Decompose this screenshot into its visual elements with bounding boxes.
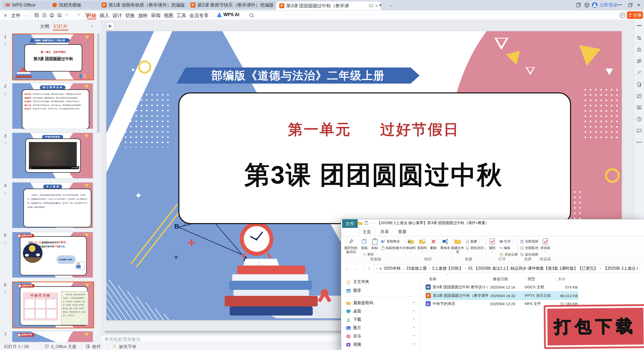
more-icon[interactable]: ••• xyxy=(636,140,642,146)
search-icon[interactable] xyxy=(249,13,254,18)
file-row-docx[interactable]: W 第3课 团团圆圆过中秋 教学设计-2025-2... 2025/9/4 12… xyxy=(426,283,578,291)
hamburger-icon[interactable]: ≡ xyxy=(4,13,7,18)
explorer-tab-share[interactable]: 共享 xyxy=(377,227,392,236)
tab-outline[interactable]: 大纲 xyxy=(40,23,49,30)
menu-slideshow[interactable]: 放映 xyxy=(138,12,148,19)
wps-assistant-icon[interactable] xyxy=(107,23,114,30)
nav-pictures[interactable]: 图片 xyxy=(346,325,361,331)
panel-scrollbar[interactable] xyxy=(97,33,100,133)
menu-tools[interactable]: 工具 xyxy=(177,12,186,19)
new-tab-button[interactable]: + xyxy=(379,2,382,9)
copy-to-button[interactable]: 复制到⌄ xyxy=(417,238,428,253)
delete-button[interactable]: × 删除⌄ xyxy=(428,238,438,253)
copy-path-button[interactable]: 复制路径 xyxy=(381,239,400,244)
invert-selection-button[interactable]: 反向选择 xyxy=(520,252,538,257)
minimize-button[interactable] xyxy=(618,5,622,5)
comment-icon[interactable] xyxy=(636,128,642,133)
file-row-pptx-selected[interactable]: P 第3课 团团圆圆过中秋（教学课件）统编... 2025/9/4 16:32 … xyxy=(426,292,578,300)
menu-transition[interactable]: 切换 xyxy=(125,12,135,19)
animation-star-icon[interactable] xyxy=(636,47,642,52)
qat-clipboard-icon[interactable] xyxy=(365,221,368,225)
menu-home[interactable]: 开始 xyxy=(87,12,96,19)
share-button[interactable]: 分享 xyxy=(627,11,643,19)
menu-view[interactable]: 视图 xyxy=(164,12,173,19)
qat-chevron-icon[interactable]: ⌄ xyxy=(370,221,373,225)
login-button[interactable]: 立即登录 xyxy=(592,2,618,8)
collapse-panel-icon[interactable]: ‹ xyxy=(91,23,93,28)
address-bar[interactable]: « 2025年秋› 23道德上册› 2上道德【25秋】› 01.【2025秋 道… xyxy=(374,264,640,273)
forward-icon[interactable]: → xyxy=(354,266,359,271)
properties-button[interactable]: 属性⌄ xyxy=(487,238,498,253)
properties-icon[interactable] xyxy=(636,35,642,41)
menu-insert[interactable]: 插入 xyxy=(100,12,109,19)
collapse-handle-icon[interactable] xyxy=(637,25,641,26)
transition-icon[interactable] xyxy=(636,58,642,64)
copy-button[interactable]: 复制 xyxy=(359,238,369,250)
easy-access-button[interactable]: 轻松访问⌄ xyxy=(466,246,487,250)
theme-clothes-icon[interactable] xyxy=(636,82,642,87)
file-menu[interactable]: 文件 xyxy=(11,12,21,19)
tab-close-icon[interactable]: × xyxy=(375,3,378,9)
thumbnail-slide-7[interactable]: 1这样过中秋 xyxy=(12,331,93,342)
explorer-tab-file[interactable]: 文件 xyxy=(342,219,358,228)
thumbnail-slide-4[interactable]: 导 入 新 课 小朋友们，秋姑娘迈着轻盈脚步走来啦！秋天不仅有金黄稻田、红透苹果… xyxy=(12,182,93,228)
paste-shortcut-button[interactable]: 粘贴快捷方式 xyxy=(381,246,406,250)
tab-lesson3-active[interactable]: P 第3课 团团圆圆过中秋（教学课 × xyxy=(276,2,381,10)
new-folder-button[interactable]: 新建文件夹 xyxy=(451,238,464,254)
find-replace-icon[interactable] xyxy=(636,105,642,110)
column-size[interactable]: 大小 xyxy=(558,277,566,282)
crumb[interactable]: 2上道德【25秋】 xyxy=(432,266,463,271)
proofread-label[interactable]: 校对 xyxy=(92,344,101,349)
new-item-button[interactable]: 新建⌄ xyxy=(466,239,480,244)
theme-icon[interactable] xyxy=(44,344,49,349)
print-preview-icon[interactable] xyxy=(57,13,62,18)
explorer-tab-home[interactable]: 主页 xyxy=(359,227,375,236)
nav-videos[interactable]: 视频 xyxy=(346,342,361,347)
history-button[interactable]: 历史记录 xyxy=(500,252,518,257)
print-icon[interactable] xyxy=(49,13,54,18)
close-button[interactable]: × xyxy=(637,2,640,9)
open-button[interactable]: W 打开⌄ xyxy=(500,239,514,244)
select-all-button[interactable]: 全部选择 xyxy=(520,239,538,244)
redo-icon[interactable]: ↷ xyxy=(76,12,81,18)
missing-font-warning[interactable]: 缺失字体 xyxy=(119,344,136,349)
paste-button[interactable]: 粘贴 xyxy=(370,238,380,250)
filter-button[interactable]: 筛选器⌄ xyxy=(539,238,551,253)
crumb[interactable]: 2025年秋 xyxy=(384,266,401,271)
slide-banner[interactable]: 部编版《道德与法治》二年级上册 xyxy=(177,67,420,84)
rename-button[interactable]: 重命名 xyxy=(439,238,452,250)
wps-ai-button[interactable]: WPS AI xyxy=(217,12,239,17)
thumbnail-slide-3[interactable]: 中秋节的来历 ▶ xyxy=(12,133,93,179)
column-name[interactable]: 名称 xyxy=(429,277,436,282)
menu-member[interactable]: 会员专享 xyxy=(189,12,209,19)
select-none-button[interactable]: 全部取消 xyxy=(520,246,538,250)
proofread-icon[interactable] xyxy=(86,344,90,348)
thumbnail-slide-6[interactable]: 1这样过中秋 中秋节习俗 中秋习俗，是民间传统节日习俗之一，中秋节自古便有祭月、… xyxy=(12,282,94,328)
thumbnail-slide-5[interactable]: 1这样过中秋 农历八月十五是我国的传统节日中秋节。 各地过中秋节有不同的习俗。 … xyxy=(12,232,93,278)
help-icon[interactable] xyxy=(636,116,642,122)
edit-button[interactable]: ✎编辑 xyxy=(500,246,510,250)
ink-notes-icon[interactable] xyxy=(636,93,642,99)
tab-docer[interactable]: 找稻壳模板 xyxy=(49,1,103,9)
undo-icon[interactable]: ↶ xyxy=(65,12,69,18)
qat-new-folder-icon[interactable] xyxy=(358,221,363,225)
cloud-upload-icon[interactable] xyxy=(619,12,625,18)
thumbnail-slide-2[interactable]: 核 心 素 养 目 标 政治认同：探究秋天节日文化内涵，感悟传统文化魅力，增强民… xyxy=(12,83,93,129)
menu-review[interactable]: 审阅 xyxy=(151,12,160,19)
nav-extraction-codes[interactable]: 最新提取码 xyxy=(346,300,373,306)
column-date[interactable]: 修改日期 xyxy=(493,277,508,282)
nav-desktop[interactable]: 桌面 xyxy=(346,309,361,314)
nav-home[interactable]: 主文件夹 xyxy=(346,279,369,285)
explorer-tab-view[interactable]: 查看 xyxy=(394,227,410,236)
column-type[interactable]: 类型 xyxy=(528,277,535,282)
cut-button[interactable]: ✂剪切 xyxy=(363,252,374,257)
tab-wps-home[interactable]: W WPS Office xyxy=(3,1,53,9)
move-to-button[interactable]: 移动到⌄ xyxy=(405,238,416,253)
tab-lesson1[interactable]: P 第1课 假期有收获（教学课件）统编版 xyxy=(99,1,191,9)
export-icon[interactable] xyxy=(42,13,47,18)
recent-chevron-icon[interactable]: ⌄ xyxy=(362,267,364,270)
tab-lesson2[interactable]: P 第2课 教师节快乐（教学课件）统编版 xyxy=(187,1,280,9)
tab-slides[interactable]: 幻灯片 xyxy=(53,23,68,30)
nav-downloads[interactable]: 下载 xyxy=(346,317,361,322)
menu-design[interactable]: 设计 xyxy=(112,12,122,19)
